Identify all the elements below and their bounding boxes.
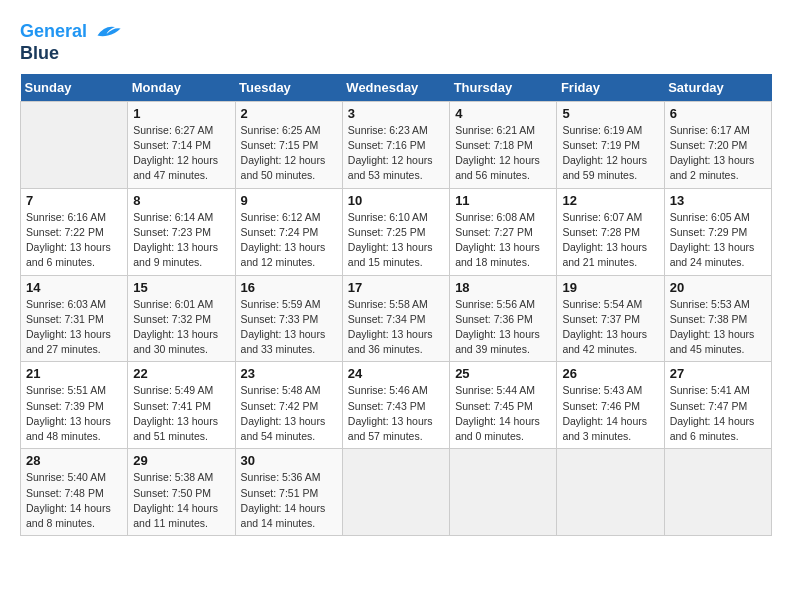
day-number: 15 xyxy=(133,280,229,295)
day-number: 10 xyxy=(348,193,444,208)
calendar-cell: 22Sunrise: 5:49 AMSunset: 7:41 PMDayligh… xyxy=(128,362,235,449)
day-number: 19 xyxy=(562,280,658,295)
calendar-cell: 28Sunrise: 5:40 AMSunset: 7:48 PMDayligh… xyxy=(21,449,128,536)
page-header: General Blue xyxy=(20,20,772,64)
weekday-header-wednesday: Wednesday xyxy=(342,74,449,102)
day-info: Sunrise: 5:56 AMSunset: 7:36 PMDaylight:… xyxy=(455,297,551,358)
calendar-week-row: 14Sunrise: 6:03 AMSunset: 7:31 PMDayligh… xyxy=(21,275,772,362)
day-info: Sunrise: 6:07 AMSunset: 7:28 PMDaylight:… xyxy=(562,210,658,271)
day-number: 12 xyxy=(562,193,658,208)
weekday-header-monday: Monday xyxy=(128,74,235,102)
weekday-header-tuesday: Tuesday xyxy=(235,74,342,102)
day-number: 18 xyxy=(455,280,551,295)
calendar-cell: 11Sunrise: 6:08 AMSunset: 7:27 PMDayligh… xyxy=(450,188,557,275)
calendar-week-row: 28Sunrise: 5:40 AMSunset: 7:48 PMDayligh… xyxy=(21,449,772,536)
day-info: Sunrise: 6:19 AMSunset: 7:19 PMDaylight:… xyxy=(562,123,658,184)
calendar-cell: 15Sunrise: 6:01 AMSunset: 7:32 PMDayligh… xyxy=(128,275,235,362)
day-info: Sunrise: 6:27 AMSunset: 7:14 PMDaylight:… xyxy=(133,123,229,184)
calendar-cell: 5Sunrise: 6:19 AMSunset: 7:19 PMDaylight… xyxy=(557,101,664,188)
calendar-cell: 3Sunrise: 6:23 AMSunset: 7:16 PMDaylight… xyxy=(342,101,449,188)
calendar-cell xyxy=(557,449,664,536)
logo-text: General Blue xyxy=(20,20,122,64)
day-number: 29 xyxy=(133,453,229,468)
day-info: Sunrise: 6:08 AMSunset: 7:27 PMDaylight:… xyxy=(455,210,551,271)
day-info: Sunrise: 6:10 AMSunset: 7:25 PMDaylight:… xyxy=(348,210,444,271)
weekday-header-sunday: Sunday xyxy=(21,74,128,102)
calendar-cell: 17Sunrise: 5:58 AMSunset: 7:34 PMDayligh… xyxy=(342,275,449,362)
day-info: Sunrise: 5:51 AMSunset: 7:39 PMDaylight:… xyxy=(26,383,122,444)
day-info: Sunrise: 6:25 AMSunset: 7:15 PMDaylight:… xyxy=(241,123,337,184)
day-number: 24 xyxy=(348,366,444,381)
day-info: Sunrise: 6:01 AMSunset: 7:32 PMDaylight:… xyxy=(133,297,229,358)
day-number: 11 xyxy=(455,193,551,208)
day-number: 20 xyxy=(670,280,766,295)
day-number: 8 xyxy=(133,193,229,208)
weekday-header-thursday: Thursday xyxy=(450,74,557,102)
day-number: 13 xyxy=(670,193,766,208)
calendar-cell: 2Sunrise: 6:25 AMSunset: 7:15 PMDaylight… xyxy=(235,101,342,188)
day-info: Sunrise: 6:12 AMSunset: 7:24 PMDaylight:… xyxy=(241,210,337,271)
day-number: 27 xyxy=(670,366,766,381)
day-info: Sunrise: 5:53 AMSunset: 7:38 PMDaylight:… xyxy=(670,297,766,358)
calendar-cell: 13Sunrise: 6:05 AMSunset: 7:29 PMDayligh… xyxy=(664,188,771,275)
calendar-cell: 29Sunrise: 5:38 AMSunset: 7:50 PMDayligh… xyxy=(128,449,235,536)
calendar-cell xyxy=(450,449,557,536)
calendar-cell xyxy=(664,449,771,536)
day-number: 28 xyxy=(26,453,122,468)
day-info: Sunrise: 6:16 AMSunset: 7:22 PMDaylight:… xyxy=(26,210,122,271)
day-info: Sunrise: 5:49 AMSunset: 7:41 PMDaylight:… xyxy=(133,383,229,444)
weekday-header-saturday: Saturday xyxy=(664,74,771,102)
day-number: 22 xyxy=(133,366,229,381)
day-number: 6 xyxy=(670,106,766,121)
day-info: Sunrise: 5:36 AMSunset: 7:51 PMDaylight:… xyxy=(241,470,337,531)
day-number: 9 xyxy=(241,193,337,208)
calendar-cell: 24Sunrise: 5:46 AMSunset: 7:43 PMDayligh… xyxy=(342,362,449,449)
weekday-header-row: SundayMondayTuesdayWednesdayThursdayFrid… xyxy=(21,74,772,102)
calendar-cell: 23Sunrise: 5:48 AMSunset: 7:42 PMDayligh… xyxy=(235,362,342,449)
calendar-cell: 6Sunrise: 6:17 AMSunset: 7:20 PMDaylight… xyxy=(664,101,771,188)
calendar-cell: 18Sunrise: 5:56 AMSunset: 7:36 PMDayligh… xyxy=(450,275,557,362)
calendar-cell: 7Sunrise: 6:16 AMSunset: 7:22 PMDaylight… xyxy=(21,188,128,275)
calendar-week-row: 7Sunrise: 6:16 AMSunset: 7:22 PMDaylight… xyxy=(21,188,772,275)
day-number: 4 xyxy=(455,106,551,121)
day-info: Sunrise: 6:17 AMSunset: 7:20 PMDaylight:… xyxy=(670,123,766,184)
day-number: 25 xyxy=(455,366,551,381)
calendar-cell: 20Sunrise: 5:53 AMSunset: 7:38 PMDayligh… xyxy=(664,275,771,362)
calendar-cell: 25Sunrise: 5:44 AMSunset: 7:45 PMDayligh… xyxy=(450,362,557,449)
day-info: Sunrise: 5:41 AMSunset: 7:47 PMDaylight:… xyxy=(670,383,766,444)
day-info: Sunrise: 5:46 AMSunset: 7:43 PMDaylight:… xyxy=(348,383,444,444)
calendar-cell: 10Sunrise: 6:10 AMSunset: 7:25 PMDayligh… xyxy=(342,188,449,275)
day-number: 30 xyxy=(241,453,337,468)
calendar-cell: 16Sunrise: 5:59 AMSunset: 7:33 PMDayligh… xyxy=(235,275,342,362)
calendar-cell: 30Sunrise: 5:36 AMSunset: 7:51 PMDayligh… xyxy=(235,449,342,536)
day-info: Sunrise: 5:48 AMSunset: 7:42 PMDaylight:… xyxy=(241,383,337,444)
calendar-cell: 9Sunrise: 6:12 AMSunset: 7:24 PMDaylight… xyxy=(235,188,342,275)
day-number: 5 xyxy=(562,106,658,121)
calendar-cell: 26Sunrise: 5:43 AMSunset: 7:46 PMDayligh… xyxy=(557,362,664,449)
day-number: 26 xyxy=(562,366,658,381)
calendar-cell: 21Sunrise: 5:51 AMSunset: 7:39 PMDayligh… xyxy=(21,362,128,449)
day-info: Sunrise: 5:40 AMSunset: 7:48 PMDaylight:… xyxy=(26,470,122,531)
day-info: Sunrise: 5:44 AMSunset: 7:45 PMDaylight:… xyxy=(455,383,551,444)
day-number: 23 xyxy=(241,366,337,381)
calendar-cell xyxy=(21,101,128,188)
day-number: 14 xyxy=(26,280,122,295)
day-number: 17 xyxy=(348,280,444,295)
day-info: Sunrise: 5:54 AMSunset: 7:37 PMDaylight:… xyxy=(562,297,658,358)
logo: General Blue xyxy=(20,20,122,64)
day-info: Sunrise: 6:03 AMSunset: 7:31 PMDaylight:… xyxy=(26,297,122,358)
calendar-cell: 8Sunrise: 6:14 AMSunset: 7:23 PMDaylight… xyxy=(128,188,235,275)
day-info: Sunrise: 5:59 AMSunset: 7:33 PMDaylight:… xyxy=(241,297,337,358)
calendar-week-row: 1Sunrise: 6:27 AMSunset: 7:14 PMDaylight… xyxy=(21,101,772,188)
calendar-cell xyxy=(342,449,449,536)
day-number: 21 xyxy=(26,366,122,381)
day-info: Sunrise: 5:38 AMSunset: 7:50 PMDaylight:… xyxy=(133,470,229,531)
weekday-header-friday: Friday xyxy=(557,74,664,102)
day-number: 3 xyxy=(348,106,444,121)
calendar-week-row: 21Sunrise: 5:51 AMSunset: 7:39 PMDayligh… xyxy=(21,362,772,449)
day-number: 1 xyxy=(133,106,229,121)
day-number: 7 xyxy=(26,193,122,208)
day-info: Sunrise: 5:43 AMSunset: 7:46 PMDaylight:… xyxy=(562,383,658,444)
day-number: 2 xyxy=(241,106,337,121)
calendar-cell: 4Sunrise: 6:21 AMSunset: 7:18 PMDaylight… xyxy=(450,101,557,188)
